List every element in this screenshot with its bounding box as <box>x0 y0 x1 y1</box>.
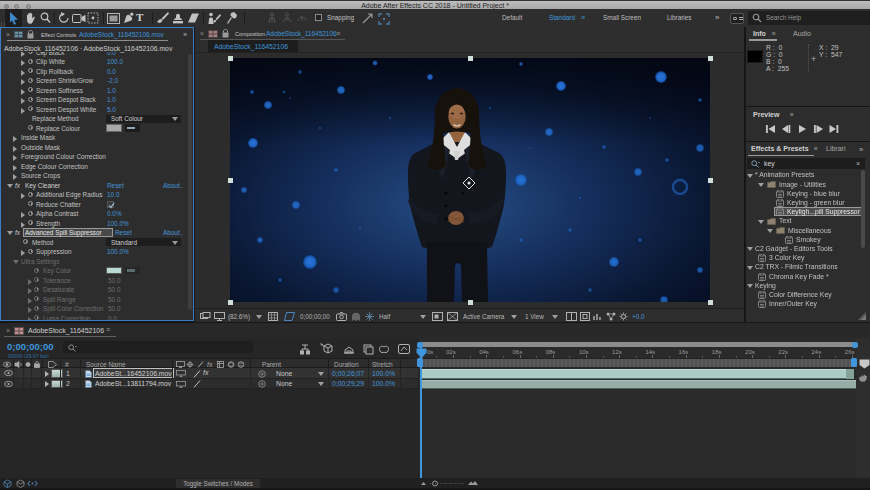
svg-text:fx: fx <box>207 361 213 368</box>
